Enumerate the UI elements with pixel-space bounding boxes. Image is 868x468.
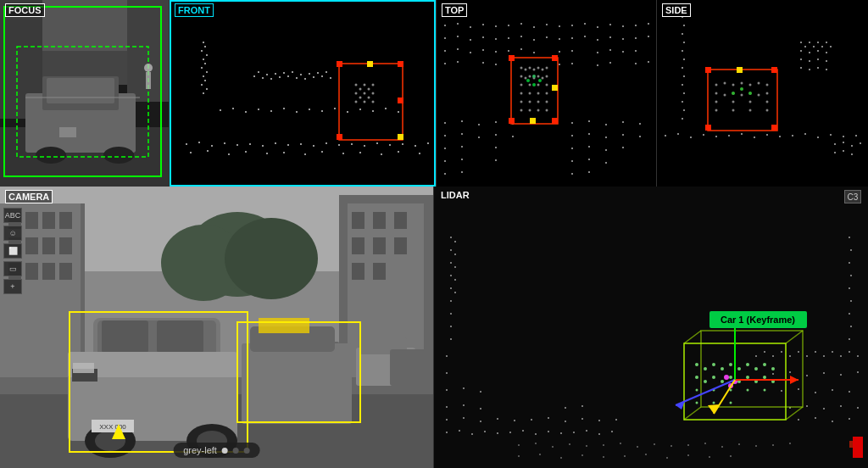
- svg-rect-341: [771, 125, 777, 131]
- svg-point-508: [772, 444, 774, 446]
- svg-point-60: [204, 80, 206, 81]
- svg-point-303: [715, 109, 718, 112]
- svg-point-47: [359, 152, 361, 153]
- svg-point-211: [444, 122, 446, 124]
- svg-point-519: [709, 456, 710, 458]
- svg-point-301: [749, 101, 752, 103]
- svg-point-408: [535, 433, 537, 435]
- svg-point-413: [598, 433, 600, 435]
- svg-point-50: [419, 153, 420, 154]
- svg-point-174: [609, 62, 611, 64]
- svg-point-241: [571, 160, 573, 162]
- svg-point-298: [766, 92, 769, 95]
- svg-point-319: [809, 52, 810, 53]
- svg-point-320: [817, 50, 819, 52]
- svg-point-527: [695, 363, 698, 366]
- svg-point-493: [518, 444, 520, 446]
- svg-point-36: [415, 145, 416, 147]
- svg-point-547: [696, 389, 698, 392]
- svg-point-534: [754, 367, 758, 370]
- svg-point-334: [834, 152, 836, 153]
- toolbar-face-button[interactable]: ☺: [3, 226, 22, 241]
- svg-point-55: [203, 58, 204, 60]
- focus-label: FOCUS: [5, 3, 45, 17]
- svg-point-194: [546, 84, 548, 86]
- svg-point-458: [772, 355, 774, 357]
- indicator-dot-3[interactable]: [244, 448, 250, 454]
- svg-point-71: [364, 92, 366, 95]
- svg-point-431: [463, 404, 465, 406]
- svg-point-85: [287, 75, 289, 77]
- svg-point-274: [728, 135, 730, 136]
- svg-point-405: [497, 432, 498, 434]
- svg-rect-390: [73, 363, 94, 373]
- svg-point-29: [326, 142, 327, 144]
- indicator-dot-2[interactable]: [233, 448, 239, 454]
- svg-rect-116: [367, 61, 373, 67]
- svg-point-131: [597, 26, 598, 28]
- svg-point-515: [624, 455, 626, 457]
- svg-rect-338: [705, 67, 711, 73]
- svg-point-536: [771, 367, 775, 370]
- toolbar-square-button[interactable]: ▭: [3, 261, 22, 276]
- svg-point-66: [364, 84, 366, 86]
- svg-point-489: [849, 313, 850, 315]
- svg-point-426: [798, 419, 799, 421]
- svg-point-239: [461, 159, 463, 160]
- svg-point-325: [826, 60, 827, 62]
- svg-point-216: [571, 122, 573, 124]
- svg-rect-349: [42, 212, 55, 229]
- svg-point-286: [724, 82, 726, 85]
- svg-point-40: [228, 153, 230, 155]
- svg-rect-339: [771, 67, 777, 73]
- svg-point-442: [480, 391, 481, 393]
- svg-rect-362: [373, 212, 386, 229]
- svg-point-185: [525, 77, 527, 80]
- svg-point-224: [495, 134, 497, 136]
- svg-point-108: [372, 110, 374, 112]
- svg-point-197: [537, 92, 540, 95]
- svg-point-265: [683, 92, 685, 94]
- svg-point-469: [450, 237, 452, 238]
- svg-point-80: [266, 74, 268, 75]
- svg-point-88: [300, 74, 302, 75]
- svg-text:Car 1 (Keyframe): Car 1 (Keyframe): [721, 315, 795, 325]
- svg-point-474: [450, 300, 452, 302]
- svg-point-289: [749, 84, 752, 86]
- svg-point-520: [730, 455, 732, 457]
- svg-point-488: [850, 300, 852, 302]
- svg-point-452: [823, 372, 825, 374]
- svg-point-433: [565, 407, 566, 409]
- svg-point-307: [732, 92, 735, 95]
- toolbar-abc-button[interactable]: ABC: [3, 208, 22, 223]
- svg-point-9: [103, 147, 134, 164]
- svg-point-207: [526, 79, 530, 82]
- svg-rect-10: [47, 78, 114, 103]
- svg-point-199: [520, 101, 523, 103]
- svg-point-473: [450, 287, 452, 289]
- svg-point-411: [573, 432, 575, 433]
- svg-point-414: [611, 431, 613, 432]
- svg-point-175: [635, 63, 637, 64]
- front-label: FRONT: [175, 3, 214, 17]
- toolbar-cross-button[interactable]: +: [3, 279, 22, 294]
- svg-rect-251: [509, 118, 515, 124]
- svg-point-555: [724, 375, 729, 380]
- svg-rect-365: [373, 237, 386, 254]
- svg-point-541: [729, 376, 732, 379]
- svg-point-127: [546, 24, 548, 25]
- main-layout: FOCUS: [0, 0, 868, 468]
- svg-rect-16: [146, 72, 151, 89]
- svg-point-61: [201, 84, 203, 86]
- svg-point-247: [588, 171, 590, 173]
- toolbar-box-button[interactable]: ⬜: [3, 243, 22, 259]
- svg-point-214: [495, 121, 497, 123]
- indicator-dot-1[interactable]: [222, 448, 228, 454]
- svg-point-152: [648, 36, 649, 37]
- svg-point-73: [372, 92, 375, 95]
- svg-point-553: [713, 402, 715, 404]
- svg-point-237: [622, 147, 624, 148]
- svg-point-177: [520, 67, 523, 70]
- svg-rect-113: [398, 61, 403, 67]
- svg-point-204: [529, 109, 531, 112]
